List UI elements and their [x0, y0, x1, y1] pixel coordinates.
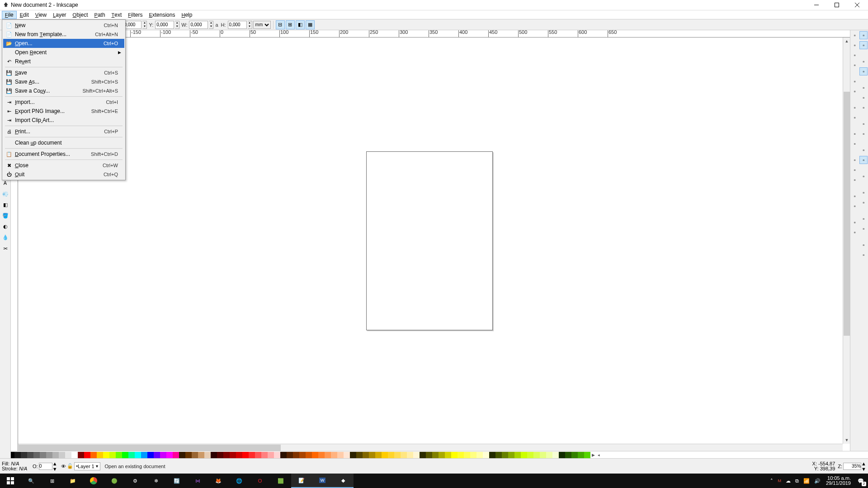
wifi-icon[interactable]: 📶 [803, 478, 810, 484]
color-swatch[interactable] [154, 452, 160, 458]
color-swatch[interactable] [401, 452, 407, 458]
color-swatch[interactable] [21, 452, 27, 458]
dropbox-icon[interactable]: ⧉ [795, 478, 799, 484]
color-swatch[interactable] [166, 452, 173, 458]
color-swatch[interactable] [565, 452, 571, 458]
color-swatch[interactable] [445, 452, 451, 458]
color-swatch[interactable] [274, 452, 280, 458]
menu-item-open-[interactable]: 📂Open...Ctrl+O [3, 39, 124, 48]
color-swatch[interactable] [559, 452, 565, 458]
tray-chevron-icon[interactable]: ˄ [770, 478, 773, 484]
color-swatch[interactable] [344, 452, 350, 458]
color-swatch[interactable] [223, 452, 230, 458]
color-swatch[interactable] [489, 452, 495, 458]
color-swatch[interactable] [179, 452, 185, 458]
color-swatch[interactable] [527, 452, 533, 458]
color-swatch[interactable] [451, 452, 458, 458]
color-swatch[interactable] [508, 452, 514, 458]
color-swatch[interactable] [337, 452, 344, 458]
color-swatch[interactable] [236, 452, 242, 458]
color-swatch[interactable] [502, 452, 508, 458]
color-swatch[interactable] [268, 452, 274, 458]
color-swatch[interactable] [540, 452, 546, 458]
affect-pattern-button[interactable]: ▦ [306, 20, 315, 29]
color-swatch[interactable] [458, 452, 464, 458]
color-swatch[interactable] [78, 452, 84, 458]
undo-button[interactable]: ▫ [851, 103, 859, 112]
taskbar-clock[interactable]: 10:05 a.m.29/11/2019 [823, 476, 854, 486]
menu-item-save-a-copy-[interactable]: 💾Save a Copy...Shift+Ctrl+Alt+S [3, 86, 124, 95]
tray-app-icon[interactable]: M [778, 479, 781, 483]
color-swatch[interactable] [356, 452, 363, 458]
color-swatch[interactable] [27, 452, 33, 458]
color-swatch[interactable] [249, 452, 255, 458]
color-swatch[interactable] [413, 452, 420, 458]
color-swatch[interactable] [426, 452, 432, 458]
color-swatch[interactable] [33, 452, 40, 458]
color-swatch[interactable] [287, 452, 293, 458]
close-button[interactable] [847, 0, 867, 10]
snap-path-button[interactable]: ▫ [859, 67, 868, 75]
menu-help[interactable]: Help [178, 11, 195, 19]
prefs-button[interactable]: ▫ [859, 241, 868, 249]
color-swatch[interactable] [420, 452, 426, 458]
color-swatch[interactable] [394, 452, 401, 458]
menu-file[interactable]: File [2, 11, 17, 19]
color-swatch[interactable] [185, 452, 192, 458]
menu-path[interactable]: Path [91, 11, 108, 19]
color-swatch[interactable] [546, 452, 552, 458]
zoom-fit-button[interactable]: ▫ [851, 176, 859, 184]
gradient-tool[interactable]: ◐ [1, 222, 10, 231]
color-swatch[interactable] [375, 452, 382, 458]
menu-layer[interactable]: Layer [50, 11, 69, 19]
color-swatch[interactable] [552, 452, 559, 458]
color-swatch[interactable] [382, 452, 388, 458]
snap-button[interactable]: ▫ [859, 31, 868, 39]
color-swatch[interactable] [578, 452, 584, 458]
color-swatch[interactable] [584, 452, 590, 458]
color-swatch[interactable] [280, 452, 287, 458]
menu-item-quit[interactable]: ⏻QuitCtrl+Q [3, 170, 124, 179]
color-swatch[interactable] [293, 452, 299, 458]
color-swatch[interactable] [192, 452, 198, 458]
lock-aspect-icon[interactable]: a [215, 22, 218, 28]
color-swatch[interactable] [52, 452, 59, 458]
color-swatch[interactable] [255, 452, 261, 458]
layer-select[interactable]: • Layer 1 ▾ [74, 462, 100, 470]
vertical-scrollbar[interactable]: ▲ ▼ [843, 38, 850, 444]
bucket-tool[interactable]: 🪣 [1, 211, 10, 220]
zoom-spinner[interactable]: ▲▼ [861, 461, 866, 472]
snap-intersect-button[interactable]: ▫ [859, 84, 868, 92]
group-button[interactable]: ▫ [851, 218, 859, 226]
color-swatch[interactable] [147, 452, 154, 458]
xml-editor-button[interactable]: ▫ [859, 188, 868, 197]
color-swatch[interactable] [439, 452, 445, 458]
color-swatch[interactable] [160, 452, 166, 458]
spray-tool[interactable]: 💨 [1, 189, 10, 198]
color-swatch[interactable] [350, 452, 356, 458]
open-doc-button[interactable]: ▫ [851, 41, 859, 49]
menu-item-revert[interactable]: ↶Revert [3, 57, 124, 66]
color-swatch[interactable] [109, 452, 116, 458]
menu-view[interactable]: View [32, 11, 50, 19]
menu-object[interactable]: Object [70, 11, 91, 19]
color-swatch[interactable] [318, 452, 325, 458]
new-doc-button[interactable]: ▫ [851, 31, 859, 39]
print-doc-button[interactable]: ▫ [851, 61, 859, 69]
color-swatch[interactable] [230, 452, 236, 458]
color-swatch[interactable] [533, 452, 540, 458]
snap-corner-button[interactable]: ▫ [859, 103, 868, 112]
app-icon-2[interactable]: ⚙ [125, 474, 146, 488]
canvas[interactable] [18, 38, 850, 451]
color-swatch[interactable] [331, 452, 337, 458]
color-swatch[interactable] [198, 452, 204, 458]
connector-tool[interactable]: ⫘ [1, 244, 10, 253]
y-input[interactable] [155, 21, 174, 29]
color-swatch[interactable] [122, 452, 128, 458]
color-swatch[interactable] [521, 452, 527, 458]
copy-button[interactable]: ▫ [851, 130, 859, 138]
color-swatch[interactable] [242, 452, 249, 458]
palette-menu[interactable]: ◂ [596, 453, 601, 457]
color-swatch[interactable] [312, 452, 318, 458]
inkscape-taskbar-icon[interactable]: ◆ [333, 474, 354, 488]
